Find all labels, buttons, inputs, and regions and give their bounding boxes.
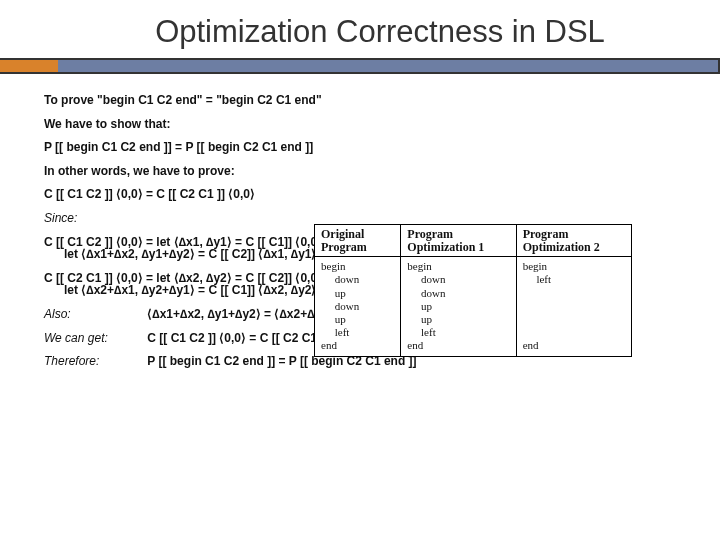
td-original: begin down up down up left end — [315, 257, 401, 356]
content-area: To prove "begin C1 C2 end" = "begin C2 C… — [0, 94, 720, 368]
program-table: Original Program Program Optimization 1 … — [314, 224, 632, 357]
th-opt1: Program Optimization 1 — [401, 225, 516, 257]
line-4: In other words, we have to prove: — [44, 165, 374, 178]
th-opt2: Program Optimization 2 — [516, 225, 631, 257]
therefore-label: Therefore: — [44, 355, 144, 368]
since-label: Since: — [44, 212, 676, 225]
accent-bar — [0, 58, 720, 74]
slide: Optimization Correctness in DSL To prove… — [0, 0, 720, 540]
line-3: P [[ begin C1 C2 end ]] = P [[ begin C2 … — [44, 141, 374, 154]
wecanget-label: We can get: — [44, 332, 144, 345]
line-1: To prove "begin C1 C2 end" = "begin C2 C… — [44, 94, 374, 107]
td-opt1: begin down down up up left end — [401, 257, 516, 356]
accent-bar-orange — [0, 60, 58, 72]
line-2: We have to show that: — [44, 118, 374, 131]
slide-title: Optimization Correctness in DSL — [0, 0, 720, 58]
also-label: Also: — [44, 308, 144, 321]
accent-bar-blue — [58, 60, 718, 72]
th-original: Original Program — [315, 225, 401, 257]
line-5: C [[ C1 C2 ]] ⟨0,0⟩ = C [[ C2 C1 ]] ⟨0,0… — [44, 188, 374, 201]
therefore-line: Therefore: P [[ begin C1 C2 end ]] = P [… — [44, 355, 676, 368]
td-opt2: begin left end — [516, 257, 631, 356]
